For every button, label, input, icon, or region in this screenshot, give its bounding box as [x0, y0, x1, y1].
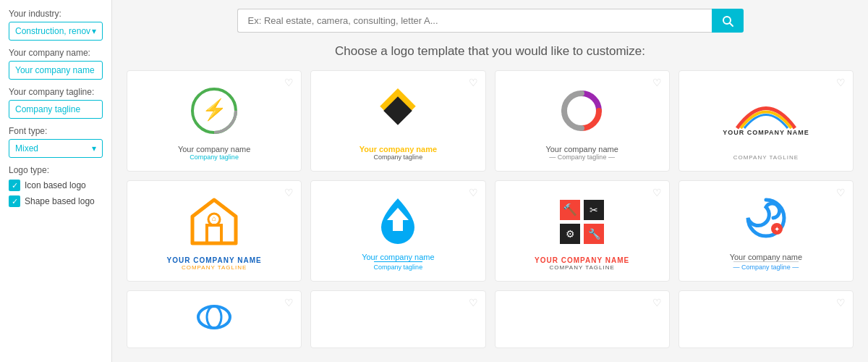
logo-card-1[interactable]: ♡ ⚡ Your company name Company tagline — [127, 70, 302, 172]
company-name-input[interactable] — [9, 61, 103, 80]
sidebar: Your industry: Construction, renov ▾ You… — [0, 0, 112, 362]
logo-name-3: Your company name — [545, 145, 618, 153]
main-content: Choose a logo template that you would li… — [112, 0, 868, 362]
heart-icon-3[interactable]: ♡ — [652, 77, 662, 88]
logo-svg-7: 🔨 ✂ ⚙ 🔧 — [504, 193, 660, 251]
logo-card-7[interactable]: ♡ 🔨 ✂ ⚙ 🔧 YOUR COMPANY NAME COMPANY TAGL… — [495, 180, 670, 282]
svg-text:✂: ✂ — [590, 204, 598, 216]
logo-svg-4: YOUR COMPANY NAME — [688, 83, 844, 148]
font-select[interactable]: Mixed ▾ — [9, 139, 103, 158]
logo-tagline-7: COMPANY TAGLINE — [549, 264, 614, 271]
search-bar — [237, 9, 744, 33]
logo-tagline-6: Company tagline — [374, 261, 423, 271]
logo-card-8[interactable]: ♡ ✦ Your company name — Company tagline … — [678, 180, 854, 282]
shape-based-checkbox[interactable] — [9, 195, 20, 207]
svg-text:🔧: 🔧 — [588, 228, 601, 240]
logo-type-label: Logo type: — [9, 165, 103, 175]
heart-icon-11[interactable]: ♡ — [652, 297, 662, 308]
svg-text:⚡: ⚡ — [202, 98, 227, 122]
page-title: Choose a logo template that you would li… — [127, 44, 854, 59]
heart-icon-1[interactable]: ♡ — [284, 77, 294, 88]
svg-text:✦: ✦ — [774, 225, 780, 233]
logo-card-3[interactable]: ♡ Your company name — Company tagline — — [495, 70, 670, 172]
svg-text:🔨: 🔨 — [563, 203, 577, 216]
industry-label: Your industry: — [9, 9, 103, 19]
logo-svg-8: ✦ — [688, 193, 844, 247]
svg-text:⚙: ⚙ — [566, 228, 575, 240]
logo-svg-3 — [504, 83, 660, 139]
logo-type-section: Logo type: Icon based logo Shape based l… — [9, 165, 103, 207]
logo-card-10[interactable]: ♡ — [310, 290, 485, 348]
industry-select[interactable]: Construction, renov ▾ — [9, 22, 103, 41]
logo-svg-6 — [320, 193, 476, 247]
heart-icon-7[interactable]: ♡ — [652, 187, 662, 198]
logo-tagline-1: Company tagline — [190, 153, 239, 161]
logo-name-1: Your company name — [178, 145, 251, 153]
logo-name-8: Your company name — [730, 253, 803, 261]
chevron-down-icon: ▾ — [92, 26, 96, 36]
logo-svg-1: ⚡ — [136, 83, 292, 139]
search-input[interactable] — [237, 9, 712, 33]
svg-rect-9 — [207, 225, 221, 243]
logo-tagline-8: — Company tagline — — [733, 261, 799, 271]
tagline-input[interactable] — [9, 100, 103, 119]
logo-card-6[interactable]: ♡ Your company name Company tagline — [310, 180, 485, 282]
logo-tagline-3: — Company tagline — — [549, 153, 615, 161]
heart-icon-9[interactable]: ♡ — [284, 297, 294, 308]
heart-icon-6[interactable]: ♡ — [469, 187, 478, 198]
logo-tagline-5: COMPANY TAGLINE — [182, 264, 247, 271]
heart-icon-4[interactable]: ♡ — [836, 77, 846, 88]
heart-icon-2[interactable]: ♡ — [469, 77, 478, 88]
logo-card-11[interactable]: ♡ — [495, 290, 670, 348]
tagline-label: Your company tagline: — [9, 87, 103, 97]
logo-card-5[interactable]: ♡ ⌂ YOUR COMPANY NAME COMPANY TAGLINE — [127, 180, 302, 282]
logo-tagline-4: COMPANY TAGLINE — [733, 154, 799, 161]
svg-point-24 — [198, 306, 230, 328]
heart-icon-10[interactable]: ♡ — [469, 297, 478, 308]
search-icon — [722, 15, 733, 27]
svg-text:YOUR COMPANY NAME: YOUR COMPANY NAME — [723, 129, 809, 136]
shape-based-checkbox-row[interactable]: Shape based logo — [9, 195, 103, 207]
logo-card-2[interactable]: ♡ Your company name Company tagline — [310, 70, 485, 172]
svg-line-1 — [730, 23, 733, 26]
logo-card-4[interactable]: ♡ YOUR COMPANY NAME COMPANY TAGLINE — [678, 70, 854, 172]
icon-based-checkbox[interactable] — [9, 180, 20, 191]
search-button[interactable] — [712, 9, 744, 33]
logo-svg-9 — [136, 303, 292, 332]
logo-card-9[interactable]: ♡ — [127, 290, 302, 348]
logo-name-7: YOUR COMPANY NAME — [535, 256, 629, 264]
logo-name-5: YOUR COMPANY NAME — [167, 256, 262, 264]
logo-svg-2 — [320, 83, 476, 139]
heart-icon-8[interactable]: ♡ — [836, 187, 846, 198]
company-name-label: Your company name: — [9, 48, 103, 58]
heart-icon-5[interactable]: ♡ — [284, 187, 294, 198]
svg-rect-13 — [393, 220, 403, 231]
logo-grid: ♡ ⚡ Your company name Company tagline ♡ … — [127, 70, 854, 348]
font-label: Font type: — [9, 126, 103, 136]
logo-card-12[interactable]: ♡ — [678, 290, 854, 348]
logo-svg-5: ⌂ — [136, 193, 292, 251]
icon-based-checkbox-row[interactable]: Icon based logo — [9, 180, 103, 191]
logo-name-2: Your company name — [359, 145, 437, 153]
svg-point-25 — [207, 306, 221, 328]
shape-based-label: Shape based logo — [25, 196, 95, 206]
icon-based-label: Icon based logo — [25, 180, 86, 190]
logo-tagline-2: Company tagline — [374, 153, 423, 161]
logo-name-6: Your company name — [362, 253, 435, 261]
heart-icon-12[interactable]: ♡ — [836, 297, 846, 308]
chevron-down-icon: ▾ — [92, 143, 96, 153]
svg-text:⌂: ⌂ — [212, 214, 216, 222]
